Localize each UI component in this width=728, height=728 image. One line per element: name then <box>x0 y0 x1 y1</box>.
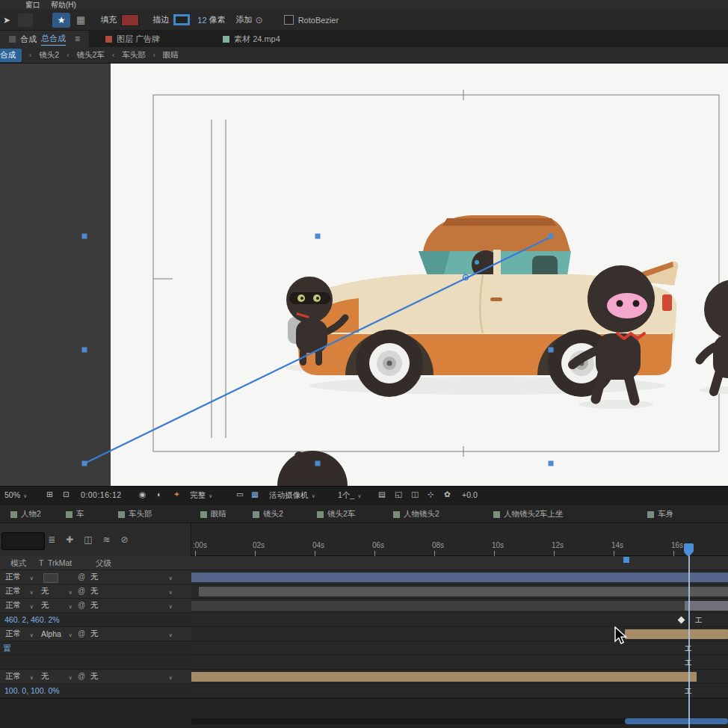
timeline-tab[interactable]: 眼睛 <box>200 509 226 519</box>
keyframe-mark-icon[interactable]: 工 <box>695 616 703 626</box>
layer-duration-bar[interactable] <box>199 587 728 596</box>
timeline-toggle-icon[interactable]: ≣ <box>48 535 55 544</box>
parent-pickwhip-icon[interactable] <box>78 629 85 638</box>
timeline-tab[interactable]: 车 <box>66 509 84 519</box>
layer-duration-bar[interactable] <box>191 601 728 611</box>
star-tool-button[interactable]: ★ <box>52 13 70 28</box>
fast-preview-icon[interactable]: ◫ <box>411 490 419 499</box>
timeline-tab[interactable]: 人物2 <box>10 509 41 519</box>
mask-grid-icon[interactable]: ▦ <box>76 15 85 25</box>
menu-item-help[interactable]: 帮助(H) <box>51 0 76 10</box>
timeline-tab[interactable]: 人物镜头2 <box>393 509 439 519</box>
timeline-tab[interactable]: 镜头2车 <box>317 509 355 519</box>
trkmat-dropdown[interactable]: Alpha <box>39 628 75 640</box>
channels-icon[interactable]: ◐ <box>157 490 161 499</box>
column-preserve[interactable]: T <box>39 558 43 567</box>
blend-mode-dropdown[interactable]: 正常 <box>3 571 36 583</box>
rotobezier-checkbox[interactable] <box>284 15 294 25</box>
pixel-aspect-icon[interactable]: ◱ <box>395 490 402 499</box>
horizontal-scrollbar-thumb[interactable] <box>625 718 728 724</box>
timeline-tab[interactable]: 镜头2 <box>253 509 283 519</box>
current-timecode[interactable]: 0:00:16:12 <box>81 490 122 499</box>
timeline-toggle-icon[interactable]: ⊘ <box>121 535 129 544</box>
add-label[interactable]: 添加 <box>236 14 253 25</box>
stroke-label[interactable]: 描边 <box>152 14 169 25</box>
trkmat-dropdown[interactable]: 无 <box>39 585 75 597</box>
trkmat-dropdown[interactable]: 无 <box>39 599 75 611</box>
timeline-tab[interactable]: 车头部 <box>118 509 152 519</box>
parent-dropdown[interactable]: 无 <box>88 585 175 597</box>
composition-canvas[interactable] <box>0 64 728 486</box>
snapshot-icon[interactable]: ◉ <box>139 490 146 499</box>
timeline-toggle-icon[interactable]: ≋ <box>102 535 110 544</box>
blend-mode-dropdown[interactable]: 正常 <box>3 599 36 611</box>
stroke-color-swatch[interactable] <box>173 14 190 25</box>
resolution-dropdown[interactable]: 完整 <box>190 490 213 501</box>
region-of-interest-icon[interactable]: ▭ <box>236 490 244 499</box>
timeline-button-icon[interactable]: ⊹ <box>428 490 434 499</box>
timeline-tab[interactable]: 车身 <box>647 509 673 519</box>
playhead-line[interactable] <box>688 554 690 728</box>
parent-dropdown[interactable]: 无 <box>88 599 175 611</box>
view-count-dropdown[interactable]: 1个_ <box>338 490 362 501</box>
work-area-marker[interactable] <box>623 557 629 563</box>
time-ruler[interactable] <box>191 523 728 556</box>
layer-row-controls: 正常 无 无 <box>0 584 191 598</box>
parent-dropdown[interactable]: 无 <box>88 670 175 682</box>
parent-pickwhip-icon[interactable] <box>78 586 85 595</box>
blend-mode-dropdown[interactable]: 正常 <box>3 628 36 640</box>
tab-layer-panel[interactable]: 图层 广告牌 <box>96 31 169 47</box>
panel-menu-icon[interactable]: ≡ <box>75 34 80 43</box>
parent-pickwhip-icon[interactable] <box>78 600 85 609</box>
column-trkmat[interactable]: TrkMat <box>48 558 72 567</box>
tab-footage-panel[interactable]: 素材 24.mp4 <box>214 31 289 47</box>
parent-pickwhip-icon[interactable] <box>78 671 85 680</box>
scale-value[interactable]: 460. 2, 460. 2% <box>4 615 60 624</box>
safe-zones-icon[interactable]: ⊡ <box>63 490 70 499</box>
keyframe-diamond-icon[interactable] <box>678 617 685 624</box>
breadcrumb-item[interactable]: 车头部 <box>122 50 146 61</box>
trkmat-swatch[interactable] <box>43 573 58 583</box>
column-mode[interactable]: 模式 <box>10 558 26 569</box>
layer-bar-segment[interactable] <box>685 601 728 611</box>
breadcrumb-item[interactable]: 眼睛 <box>163 50 179 61</box>
layer-duration-bar[interactable] <box>191 672 697 682</box>
tool-icon[interactable] <box>18 13 33 27</box>
stroke-width-value[interactable]: 12 <box>197 16 206 25</box>
timeline-search-input[interactable] <box>1 532 45 550</box>
parent-pickwhip-icon[interactable] <box>78 572 85 581</box>
trkmat-dropdown[interactable]: 无 <box>39 670 75 682</box>
fill-color-swatch[interactable] <box>121 14 139 26</box>
exposure-icon[interactable]: ✦ <box>173 490 180 499</box>
timeline-tab[interactable]: 人物镜头2车上坐 <box>493 509 563 519</box>
breadcrumb-item[interactable]: 镜头2车 <box>77 50 105 61</box>
blend-mode-dropdown[interactable]: 正常 <box>3 585 36 597</box>
timeline-toggle-icon[interactable]: ◫ <box>84 535 92 544</box>
composition-viewport[interactable] <box>0 64 728 486</box>
layer-duration-bar[interactable] <box>191 573 728 582</box>
view-layout-icon[interactable]: ▤ <box>378 490 386 499</box>
exposure-value[interactable]: +0.0 <box>462 490 478 499</box>
blend-mode-dropdown[interactable]: 正常 <box>3 670 36 682</box>
menu-item-window[interactable]: 窗口 <box>25 0 40 10</box>
property-label[interactable]: 置 <box>3 644 11 654</box>
scale-value[interactable]: 100. 0, 100. 0% <box>4 686 60 695</box>
playhead-handle[interactable] <box>684 543 694 552</box>
parent-dropdown[interactable]: 无 <box>88 571 175 583</box>
zoom-dropdown[interactable]: 50% <box>4 490 28 499</box>
breadcrumb-item[interactable]: 镜头2 <box>39 50 59 61</box>
tab-composition-panel[interactable]: 合成 总合成 ≡ <box>0 31 89 47</box>
layer-duration-bar[interactable] <box>625 629 728 639</box>
transparency-grid-icon[interactable]: ▦ <box>251 490 259 499</box>
parent-dropdown[interactable]: 无 <box>88 628 175 640</box>
fill-label[interactable]: 填充 <box>100 14 117 25</box>
timeline-toggle-icon[interactable]: ✚ <box>66 535 73 544</box>
grid-options-icon[interactable]: ⊞ <box>46 490 53 499</box>
column-parent[interactable]: 父级 <box>96 558 111 569</box>
flowchart-icon[interactable]: ✿ <box>444 490 451 499</box>
pointer-tool-icon[interactable]: ➤ <box>3 16 10 25</box>
add-bullet-icon[interactable]: ⊙ <box>256 16 263 25</box>
camera-view-dropdown[interactable]: 活动摄像机 <box>269 490 315 501</box>
breadcrumb-root[interactable]: 合成 <box>0 49 22 62</box>
active-comp-name[interactable]: 总合成 <box>41 33 66 46</box>
